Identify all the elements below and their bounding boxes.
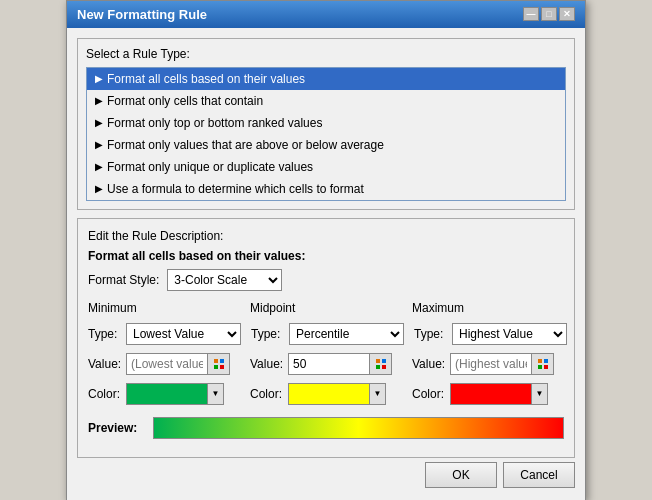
rule-item-label-2: Format only top or bottom ranked values xyxy=(107,116,322,130)
rule-item-label-1: Format only cells that contain xyxy=(107,94,263,108)
svg-rect-9 xyxy=(544,359,548,363)
svg-rect-4 xyxy=(376,359,380,363)
arrow-icon-1: ▶ xyxy=(95,95,103,106)
type-row: Type: Lowest Value Number Percent Formul… xyxy=(88,323,564,349)
svg-rect-3 xyxy=(220,365,224,369)
max-type-select[interactable]: Highest Value Number Percent Formula Per… xyxy=(452,323,567,345)
max-color-field: Color: ▼ xyxy=(412,383,564,405)
rule-type-label: Select a Rule Type: xyxy=(86,47,566,61)
rule-item-only-contain[interactable]: ▶ Format only cells that contain xyxy=(87,90,565,112)
max-value-label: Value: xyxy=(412,357,450,371)
min-value-input[interactable] xyxy=(127,355,207,373)
minimize-button[interactable]: — xyxy=(523,7,539,21)
rule-item-label-4: Format only unique or duplicate values xyxy=(107,160,313,174)
mid-value-input[interactable] xyxy=(289,355,369,373)
rule-item-label-0: Format all cells based on their values xyxy=(107,72,305,86)
dialog-titlebar: New Formatting Rule — □ ✕ xyxy=(67,1,585,28)
max-value-col: Value: xyxy=(412,353,564,379)
ok-button[interactable]: OK xyxy=(425,462,497,488)
min-color-col: Color: ▼ xyxy=(88,383,240,409)
arrow-icon-3: ▶ xyxy=(95,139,103,150)
mid-color-dropdown-btn[interactable]: ▼ xyxy=(369,384,385,404)
cancel-button[interactable]: Cancel xyxy=(503,462,575,488)
max-value-picker-btn[interactable] xyxy=(531,354,553,374)
svg-rect-1 xyxy=(220,359,224,363)
format-style-select[interactable]: 3-Color Scale 2-Color Scale Data Bar Ico… xyxy=(167,269,282,291)
format-style-label: Format Style: xyxy=(88,273,159,287)
mid-value-input-wrap xyxy=(288,353,392,375)
rule-desc-label: Edit the Rule Description: xyxy=(88,229,564,243)
arrow-icon-0: ▶ xyxy=(95,73,103,84)
mid-color-field: Color: ▼ xyxy=(250,383,402,405)
min-value-field: Value: xyxy=(88,353,240,375)
mid-type-field: Type: Percentile Number Percent Formula xyxy=(251,323,404,345)
rule-item-unique-dup[interactable]: ▶ Format only unique or duplicate values xyxy=(87,156,565,178)
mid-col-header: Midpoint xyxy=(250,301,402,319)
rule-type-list: ▶ Format all cells based on their values… xyxy=(86,67,566,201)
rule-item-label-5: Use a formula to determine which cells t… xyxy=(107,182,364,196)
mid-value-field: Value: xyxy=(250,353,402,375)
max-type-label: Type: xyxy=(414,327,452,341)
min-header-label: Minimum xyxy=(88,301,240,315)
svg-rect-5 xyxy=(382,359,386,363)
mid-value-label: Value: xyxy=(250,357,288,371)
min-value-picker-btn[interactable] xyxy=(207,354,229,374)
min-type-select[interactable]: Lowest Value Number Percent Formula Perc… xyxy=(126,323,241,345)
max-header-label: Maximum xyxy=(412,301,564,315)
mid-type-label: Type: xyxy=(251,327,289,341)
dialog-title: New Formatting Rule xyxy=(77,7,207,22)
min-type-label: Type: xyxy=(88,327,126,341)
titlebar-buttons: — □ ✕ xyxy=(523,7,575,21)
mid-type-select[interactable]: Percentile Number Percent Formula xyxy=(289,323,404,345)
min-type-col: Type: Lowest Value Number Percent Formul… xyxy=(88,323,241,349)
min-color-label: Color: xyxy=(88,387,126,401)
mid-value-col: Value: xyxy=(250,353,402,379)
rule-item-above-below[interactable]: ▶ Format only values that are above or b… xyxy=(87,134,565,156)
maximize-button[interactable]: □ xyxy=(541,7,557,21)
column-headers-row: Minimum Midpoint Maximum xyxy=(88,301,564,319)
svg-rect-2 xyxy=(214,365,218,369)
mid-type-col: Type: Percentile Number Percent Formula xyxy=(251,323,404,349)
min-value-label: Value: xyxy=(88,357,126,371)
rule-item-top-bottom[interactable]: ▶ Format only top or bottom ranked value… xyxy=(87,112,565,134)
max-color-dropdown-btn[interactable]: ▼ xyxy=(531,384,547,404)
max-value-input[interactable] xyxy=(451,355,531,373)
max-type-col: Type: Highest Value Number Percent Formu… xyxy=(414,323,567,349)
min-col-header: Minimum xyxy=(88,301,240,319)
min-value-input-wrap xyxy=(126,353,230,375)
max-color-swatch xyxy=(451,384,531,404)
mid-color-swatch xyxy=(289,384,369,404)
rule-item-all-cells[interactable]: ▶ Format all cells based on their values xyxy=(87,68,565,90)
max-type-field: Type: Highest Value Number Percent Formu… xyxy=(414,323,567,345)
svg-rect-0 xyxy=(214,359,218,363)
new-formatting-rule-dialog: New Formatting Rule — □ ✕ Select a Rule … xyxy=(66,0,586,500)
min-color-field: Color: ▼ xyxy=(88,383,240,405)
mid-header-label: Midpoint xyxy=(250,301,402,315)
min-color-swatch xyxy=(127,384,207,404)
mid-color-col: Color: ▼ xyxy=(250,383,402,409)
arrow-icon-2: ▶ xyxy=(95,117,103,128)
svg-rect-10 xyxy=(538,365,542,369)
max-color-swatch-wrap: ▼ xyxy=(450,383,548,405)
min-color-swatch-wrap: ▼ xyxy=(126,383,224,405)
color-row: Color: ▼ Color: ▼ xyxy=(88,383,564,409)
arrow-icon-5: ▶ xyxy=(95,183,103,194)
close-button[interactable]: ✕ xyxy=(559,7,575,21)
value-row: Value: xyxy=(88,353,564,379)
svg-rect-8 xyxy=(538,359,542,363)
svg-rect-6 xyxy=(376,365,380,369)
mid-value-picker-btn[interactable] xyxy=(369,354,391,374)
preview-label: Preview: xyxy=(88,421,143,435)
rule-item-formula[interactable]: ▶ Use a formula to determine which cells… xyxy=(87,178,565,200)
preview-bar xyxy=(153,417,564,439)
min-value-col: Value: xyxy=(88,353,240,379)
max-col-header: Maximum xyxy=(412,301,564,319)
arrow-icon-4: ▶ xyxy=(95,161,103,172)
dialog-buttons: OK Cancel xyxy=(77,458,575,490)
format-style-row: Format Style: 3-Color Scale 2-Color Scal… xyxy=(88,269,564,291)
min-type-field: Type: Lowest Value Number Percent Formul… xyxy=(88,323,241,345)
dialog-body: Select a Rule Type: ▶ Format all cells b… xyxy=(67,28,585,500)
rule-type-section: Select a Rule Type: ▶ Format all cells b… xyxy=(77,38,575,210)
min-color-dropdown-btn[interactable]: ▼ xyxy=(207,384,223,404)
svg-rect-11 xyxy=(544,365,548,369)
